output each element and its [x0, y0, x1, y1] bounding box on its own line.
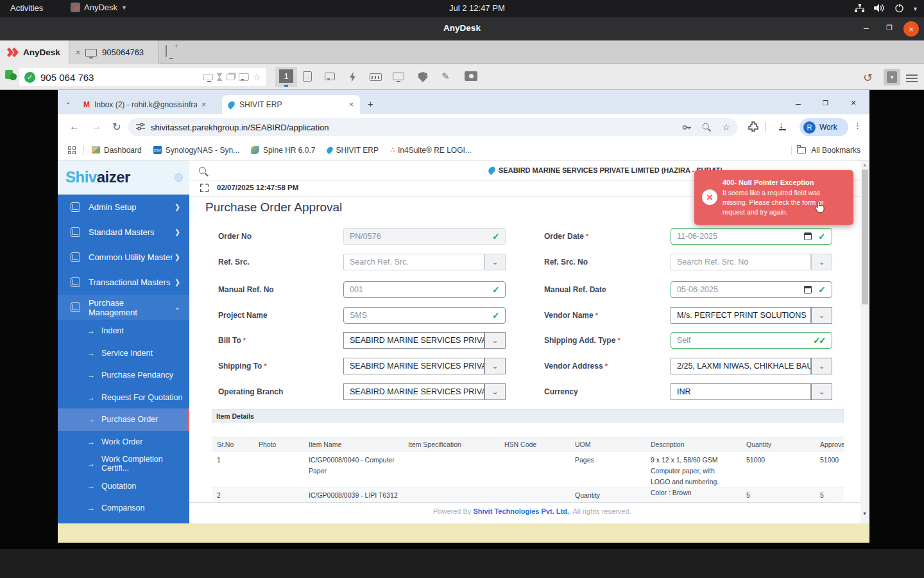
back-icon[interactable]: ← [69, 121, 80, 132]
chrome-minimize[interactable]: – [796, 98, 801, 109]
bookmark-dashboard[interactable]: Dashboard [92, 146, 142, 155]
zoom-icon[interactable] [703, 123, 712, 132]
fullscreen-icon[interactable] [200, 184, 209, 192]
ref-src-input[interactable]: Search Ref. Src. [343, 254, 484, 270]
table-row[interactable]: 1IC/GP0008/0040 - Computer Paper Pages 9… [212, 451, 844, 488]
menu-transactional-masters[interactable]: Transactional Masters❯ [58, 270, 189, 295]
manual-ref-no-input[interactable]: 001 [343, 281, 506, 298]
new-tab-button[interactable]: + [368, 98, 373, 109]
ref-src-dropdown[interactable]: ⌄ [484, 254, 506, 270]
submenu-service-indent[interactable]: →Service Indent [58, 342, 189, 365]
bill-to-select[interactable]: SEABIRD MARINE SERVICES PRIVATE L [343, 332, 484, 349]
calendar-icon[interactable] [804, 286, 812, 293]
anydesk-toolbar: ✓ 905 064 763 ☆ 1 → ✎ ↺ ▾ [0, 64, 924, 90]
submenu-comparison[interactable]: →Comparison [58, 497, 189, 520]
history-icon[interactable]: ↺ [863, 71, 873, 85]
tab-gmail[interactable]: M Inbox (2) - rohit.k@gnosisinfra.c × [78, 95, 221, 114]
monitor-1-button[interactable]: 1 [275, 67, 297, 87]
whiteboard-pen-icon[interactable]: ✎ [441, 71, 450, 82]
menu-common-utility-master[interactable]: Common Utility Master❯ [58, 245, 189, 270]
shipping-to-select[interactable]: SEABIRD MARINE SERVICES PRIVATE L [343, 358, 484, 374]
session-tab[interactable]: × 905064763 [69, 40, 159, 64]
clock[interactable]: Jul 2 12:47 PM [449, 3, 505, 13]
sidebar-toggle-icon[interactable] [175, 173, 183, 182]
bookmark-star-icon[interactable]: ☆ [722, 122, 730, 132]
permissions-shield-icon[interactable] [418, 72, 427, 82]
close-button[interactable]: × [903, 21, 919, 37]
file-transfer-icon[interactable]: → [303, 71, 312, 82]
table-row[interactable]: 2IC/GP0008/0039 - LIPI T6312 Quantity 55 [212, 488, 844, 502]
chrome-close[interactable]: × [851, 98, 856, 108]
new-session-button[interactable]: + [166, 46, 167, 57]
chrome-maximize[interactable]: ❐ [823, 100, 828, 107]
tab-shivit-erp[interactable]: SHIVIT ERP × [222, 95, 360, 114]
address-field[interactable]: ✓ 905 064 763 ☆ [19, 68, 266, 86]
submenu-work-order[interactable]: →Work Order [58, 431, 189, 453]
submenu-indent[interactable]: →Indent [58, 320, 189, 342]
currency-dropdown[interactable]: ⌄ [811, 383, 832, 400]
vendor-address-select[interactable]: 2/25, LAXMI NIWAS, CHIKHALE BAUG, [671, 358, 811, 374]
reload-icon[interactable]: ↻ [112, 121, 121, 133]
all-bookmarks[interactable]: All Bookmarks [791, 146, 860, 155]
downloads-icon[interactable]: ↓ [779, 120, 783, 130]
profile-chip[interactable]: R Work [800, 118, 848, 136]
vendor-name-select[interactable]: M/s. PERFECT PRINT SOLUTIONS [671, 307, 811, 324]
submenu-work-completion[interactable]: →Work Completion Certifi... [58, 453, 189, 475]
forward-icon[interactable]: → [91, 121, 101, 132]
tab-search-chevron[interactable]: ⌄ [65, 98, 71, 105]
shipping-to-dropdown[interactable]: ⌄ [484, 358, 506, 374]
apps-grid-icon[interactable] [68, 146, 76, 154]
bookmark-shivit-erp[interactable]: SHIVIT ERP [327, 146, 379, 155]
menu-hamburger-icon[interactable] [906, 73, 918, 84]
page-scrollbar[interactable]: ▲ ▼ [860, 161, 869, 523]
menu-admin-setup[interactable]: Admin Setup❯ [58, 195, 189, 220]
order-no-input[interactable]: PN/0576 [343, 228, 506, 245]
shipping-add-type-input[interactable]: Self [671, 332, 832, 349]
submenu-purchase-pendancy[interactable]: →Purchase Pendancy [58, 364, 189, 387]
submenu-request-for-quotation[interactable]: →Request For Quotation [58, 387, 189, 409]
operating-branch-select[interactable]: SEABIRD MARINE SERVICES PRIVATE L [343, 383, 484, 400]
bill-to-dropdown[interactable]: ⌄ [484, 332, 506, 349]
submenu-purchase-order[interactable]: →Purchase Order [58, 408, 189, 431]
keyboard-icon[interactable] [370, 73, 382, 81]
address-book-icon[interactable]: ▾ [884, 69, 900, 85]
menu-standard-masters[interactable]: Standard Masters❯ [58, 220, 189, 245]
chat-icon[interactable] [325, 73, 335, 80]
ref-src-no-dropdown[interactable]: ⌄ [811, 254, 832, 270]
error-toast[interactable]: ✕ 400- Null Pointer Exception It seems l… [694, 170, 853, 225]
submenu-quotation[interactable]: →Quotation [58, 475, 189, 498]
omnibox[interactable]: shivitasset.parekhgroup.in/SEABIRD/appli… [128, 118, 738, 136]
display-settings-icon[interactable] [393, 73, 404, 80]
menu-purchase-management[interactable]: Purchase Management⌄ [58, 295, 189, 320]
anydesk-home-tab[interactable]: AnyDesk [0, 40, 69, 64]
project-name-input[interactable]: SMS [343, 307, 506, 324]
passwords-key-icon[interactable] [682, 121, 692, 133]
maximize-button[interactable]: ❐ [886, 24, 893, 32]
vendor-name-dropdown[interactable]: ⌄ [811, 307, 832, 324]
activities-button[interactable]: Activities [10, 3, 43, 13]
minimize-button[interactable]: – [864, 22, 869, 33]
site-settings-icon[interactable] [136, 121, 145, 133]
footer-brand-link[interactable]: Shivit Technologies Pvt. Ltd. [473, 507, 569, 515]
system-menu-chevron[interactable]: ▼ [912, 6, 918, 12]
actions-icon[interactable] [349, 72, 356, 82]
session-tab-close-icon[interactable]: × [76, 48, 80, 57]
chrome-menu-icon[interactable]: ⋮ [853, 121, 862, 130]
scroll-up-arrow[interactable]: ▲ [862, 162, 867, 167]
currency-select[interactable]: INR [671, 383, 811, 400]
bookmark-synology[interactable]: DSM SynologyNAS - Syn... [153, 146, 239, 155]
bookmark-spine-hr[interactable]: Spine HR 6.0.7 [251, 146, 315, 155]
vendor-address-dropdown[interactable]: ⌄ [811, 358, 832, 374]
calendar-icon[interactable] [804, 232, 812, 240]
bookmark-in4suite[interactable]: ∴ In4Suite® RE LOGI... [390, 146, 472, 155]
ref-src-no-input[interactable]: Search Ref. Src. No [671, 254, 811, 270]
screen-share-icon[interactable] [465, 71, 477, 81]
appmenu[interactable]: ◆ AnyDesk ▼ [71, 3, 127, 12]
tab-close-icon[interactable]: × [201, 100, 206, 109]
operating-branch-dropdown[interactable]: ⌄ [484, 383, 506, 400]
extensions-puzzle-icon[interactable] [748, 121, 758, 134]
scroll-down-arrow[interactable]: ▼ [862, 511, 867, 516]
tab-close-icon[interactable]: × [349, 100, 354, 109]
scrollbar-thumb[interactable] [862, 170, 868, 304]
favorite-star-icon[interactable]: ☆ [253, 71, 261, 83]
